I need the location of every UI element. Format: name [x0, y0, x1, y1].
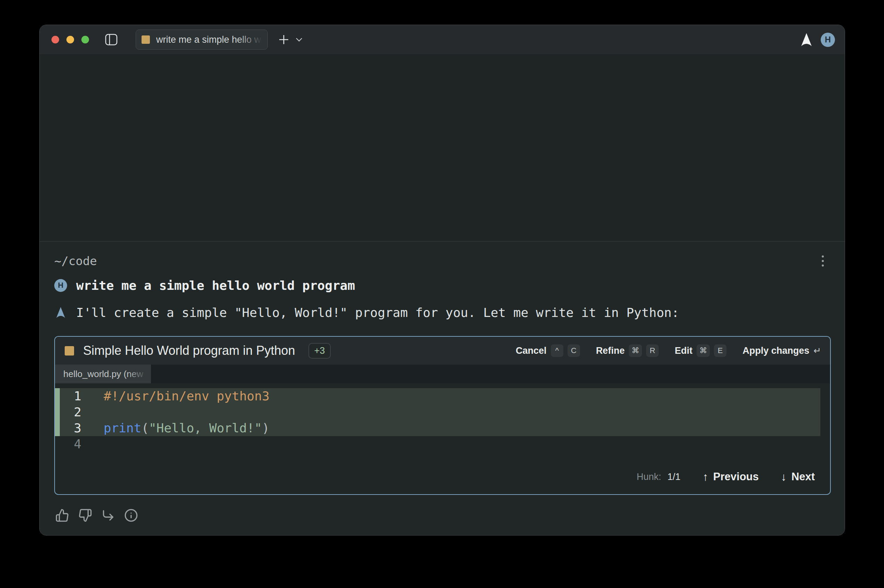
line-number: 3: [60, 420, 81, 436]
apply-changes-label: Apply changes: [743, 345, 809, 356]
keyboard-shortcut-key: C: [568, 344, 580, 357]
hunk-label: Hunk:: [637, 472, 661, 482]
ai-message-row: I'll create a simple "Hello, World!" pro…: [54, 303, 831, 322]
keyboard-shortcut-key: R: [646, 344, 658, 357]
kebab-dot: [822, 260, 824, 262]
titlebar-right: H: [801, 33, 835, 47]
line-number: 4: [60, 436, 81, 452]
terminal-tab[interactable]: write me a simple hello world p: [135, 30, 268, 50]
thumbs-up-button[interactable]: [54, 507, 70, 524]
kebab-dot: [822, 264, 824, 267]
chevron-down-icon: [296, 38, 302, 42]
added-gutter-bar: [55, 420, 60, 436]
code-panel-title: Simple Hello World program in Python: [83, 344, 295, 358]
info-button[interactable]: [123, 507, 139, 524]
user-message: write me a simple hello world program: [76, 278, 355, 292]
code-diff-panel: Simple Hello World program in Python +3 …: [54, 336, 831, 495]
line-content: print("Hello, World!"): [81, 420, 269, 436]
block-header: ~/code: [54, 250, 831, 272]
file-tab[interactable]: hello_world.py (new: [55, 364, 151, 383]
hunk-value: 1/1: [668, 472, 681, 482]
new-tab-button[interactable]: [278, 34, 289, 45]
panel-color-swatch-icon: [65, 346, 74, 356]
ai-message: I'll create a simple "Hello, World!" pro…: [76, 306, 679, 320]
sidebar-toggle-icon: [105, 34, 117, 45]
gutter-bar: [55, 436, 60, 452]
plus-icon: [278, 34, 289, 45]
file-tab-strip: hello_world.py (new: [55, 364, 830, 383]
tab-color-swatch-icon: [141, 36, 150, 44]
follow-up-button[interactable]: [100, 507, 116, 524]
file-tab-label: hello_world.py (new: [63, 369, 147, 380]
window-controls: [51, 36, 89, 44]
added-gutter-bar: [55, 404, 60, 420]
feedback-toolbar: [54, 507, 831, 524]
tab-title: write me a simple hello world p: [156, 34, 262, 45]
next-label: Next: [791, 471, 815, 483]
close-button[interactable]: [51, 36, 59, 44]
ai-session-block: ~/code H write me a simple hello world p…: [40, 242, 845, 535]
maximize-button[interactable]: [81, 36, 89, 44]
line-number: 1: [60, 388, 81, 404]
keyboard-shortcut-key: ⌘: [696, 344, 710, 357]
user-message-avatar: H: [54, 279, 67, 292]
block-menu-button[interactable]: [820, 254, 826, 268]
added-gutter-bar: [55, 388, 60, 404]
code-panel-header: Simple Hello World program in Python +3 …: [55, 337, 830, 364]
code-line-4: 4: [55, 436, 820, 452]
sidebar-toggle-button[interactable]: [105, 34, 117, 45]
code-line-1: 1#!/usr/bin/env python3: [55, 388, 820, 404]
edit-label: Edit: [675, 345, 692, 356]
line-content: [81, 436, 104, 452]
code-editor: 1#!/usr/bin/env python323print("Hello, W…: [55, 383, 830, 458]
line-content: #!/usr/bin/env python3: [81, 388, 269, 404]
keyboard-shortcut-key: E: [714, 344, 726, 357]
added-lines-badge: +3: [308, 343, 331, 358]
keyboard-shortcut-key: ↵: [813, 345, 821, 356]
arrow-down-icon: ↓: [781, 471, 786, 483]
thumbs-down-icon: [78, 508, 92, 522]
thumbs-down-button[interactable]: [77, 507, 93, 524]
refine-label: Refine: [596, 345, 625, 356]
code-lines: 1#!/usr/bin/env python323print("Hello, W…: [55, 388, 820, 452]
working-directory: ~/code: [54, 254, 97, 268]
minimize-button[interactable]: [66, 36, 74, 44]
hunk-navigation: Hunk: 1/1 ↑ Previous ↓ Next: [55, 467, 830, 486]
desktop: write me a simple hello world p H: [0, 0, 884, 588]
terminal-window: write me a simple hello world p H: [39, 25, 845, 536]
ai-agent-icon: [56, 307, 65, 318]
info-icon: [124, 508, 138, 522]
thumbs-up-icon: [55, 508, 69, 522]
edit-button[interactable]: Edit⌘E: [675, 344, 726, 357]
warp-logo-icon[interactable]: [801, 33, 812, 46]
panel-actions: Cancel^CRefine⌘REdit⌘EApply changes↵: [516, 344, 821, 357]
line-content: [81, 404, 104, 420]
titlebar: write me a simple hello world p H: [40, 25, 845, 54]
follow-up-arrow-icon: [101, 508, 115, 522]
next-hunk-button[interactable]: ↓ Next: [781, 471, 815, 483]
previous-hunk-button[interactable]: ↑ Previous: [703, 471, 759, 483]
cancel-button[interactable]: Cancel^C: [516, 344, 580, 357]
line-number: 2: [60, 404, 81, 420]
cancel-label: Cancel: [516, 345, 547, 356]
hunk-counter: Hunk: 1/1: [637, 472, 681, 482]
user-message-row: H write me a simple hello world program: [54, 276, 831, 295]
terminal-scrollback: [40, 54, 845, 241]
user-avatar[interactable]: H: [821, 33, 835, 47]
refine-button[interactable]: Refine⌘R: [596, 344, 659, 357]
previous-label: Previous: [713, 471, 759, 483]
keyboard-shortcut-key: ^: [551, 344, 563, 357]
keyboard-shortcut-key: ⌘: [629, 344, 642, 357]
kebab-dot: [822, 255, 824, 258]
code-line-2: 2: [55, 404, 820, 420]
arrow-up-icon: ↑: [703, 471, 708, 483]
code-line-3: 3print("Hello, World!"): [55, 420, 820, 436]
tab-list-dropdown[interactable]: [296, 38, 302, 42]
apply-changes-button[interactable]: Apply changes↵: [743, 345, 821, 356]
